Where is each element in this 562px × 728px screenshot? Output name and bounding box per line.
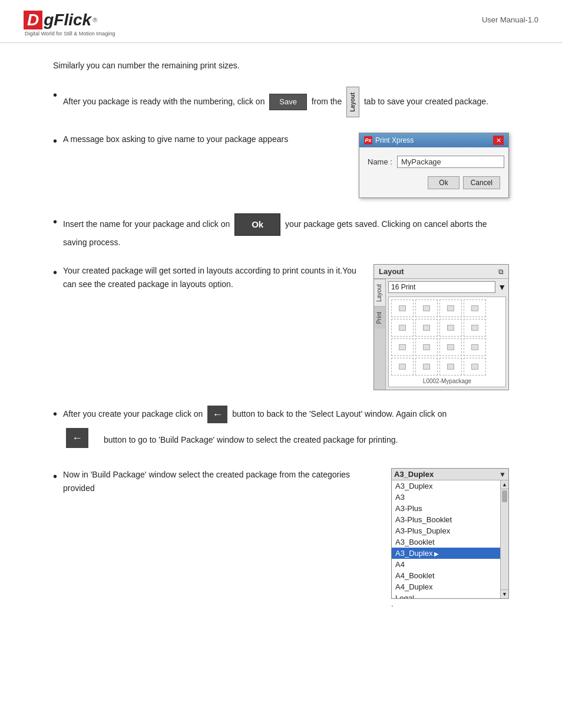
dialog-name-input[interactable]	[397, 156, 504, 168]
bullet-5-text-after-arrow: button to back to the 'Select Layout' wi…	[232, 409, 447, 419]
layout-cell	[391, 299, 414, 317]
page-header: D gFlick ® Digital World for Still & Mot…	[0, 0, 562, 43]
cat-item-a4-booklet[interactable]: A4_Booklet	[392, 570, 500, 581]
dialog-name-row: Name :	[368, 156, 500, 168]
logo-gflick-text: gFlick	[44, 11, 91, 29]
bullet-1-text: After you package is ready with the numb…	[63, 87, 509, 117]
layout-cell	[415, 358, 438, 375]
categories-scrollbar[interactable]: ▲ ▼	[500, 480, 508, 598]
bullet-dot-5: •	[53, 406, 57, 422]
bullet-dot-1: •	[53, 87, 57, 103]
layout-cell	[464, 299, 486, 317]
categories-scrollbar-area: A3_Duplex A3 A3-Plus A3-Plus_Booklet A3-…	[392, 480, 508, 598]
cat-item-a3-booklet[interactable]: A3_Booklet	[392, 536, 500, 548]
layout-dropdown-arrow[interactable]: ▼	[498, 282, 506, 292]
layout-grid-row-4	[391, 358, 503, 375]
layout-tab-indicator: Layout	[346, 87, 359, 117]
layout-cell	[464, 338, 486, 356]
layout-tab-print[interactable]: Print	[374, 307, 385, 329]
bullet-6: • Now in 'Build Package' window select t…	[53, 468, 509, 608]
layout-panel-body: Layout Print 16 Print ▼	[374, 279, 508, 390]
cat-item-a3plus[interactable]: A3-Plus	[392, 503, 500, 514]
scroll-thumb[interactable]	[502, 490, 507, 502]
bullet-5-text: After you create your package click on ←…	[63, 406, 509, 423]
scroll-up-button[interactable]: ▲	[501, 480, 508, 489]
layout-grid-row-2	[391, 319, 503, 337]
layout-cell	[391, 319, 414, 337]
layout-tab-layout[interactable]: Layout	[374, 279, 385, 307]
logo-container: D gFlick ® Digital World for Still & Mot…	[24, 11, 115, 37]
print-xpress-dialog: Px Print Xpress ✕ Name : Ok Cancel	[359, 133, 509, 198]
dialog-buttons: Ok Cancel	[368, 176, 500, 189]
dialog-title-left: Px Print Xpress	[364, 136, 414, 144]
layout-panel-title: Layout	[379, 267, 404, 276]
cat-item-a3duplex-selected[interactable]: A3_Duplex	[392, 548, 500, 559]
logo-tagline: Digital World for Still & Motion Imaging	[25, 31, 115, 37]
bullet-3: • Insert the name for your package and c…	[53, 213, 509, 249]
bullet-1-text-after: tab to save your created package.	[364, 97, 488, 106]
bullet-5: • After you create your package click on…	[53, 406, 509, 453]
layout-tab-text: Layout	[348, 93, 358, 112]
layout-side-tabs: Layout Print	[374, 279, 386, 390]
cat-item-a3duplex-top[interactable]: A3_Duplex	[392, 480, 500, 492]
layout-cell	[464, 319, 486, 337]
bullet-1-text-before: After you package is ready with the numb…	[63, 97, 265, 106]
categories-period: .	[391, 599, 394, 608]
layout-cell	[439, 358, 462, 375]
ok-large-button[interactable]: Ok	[234, 213, 280, 236]
layout-panel-widget: Layout ⧉ Layout Print 16 Print ▼	[373, 264, 509, 390]
bullet-5-text-before: After you create your package click on	[63, 409, 203, 419]
page-content: Similarly you can number the remaining p…	[0, 43, 562, 641]
layout-grid: L0002-Mypackage	[388, 297, 506, 387]
dialog-cancel-button[interactable]: Cancel	[463, 176, 500, 189]
back-arrow-button-1[interactable]: ←	[207, 406, 227, 423]
bullet-3-text-before: Insert the name for your package and cli…	[63, 219, 230, 229]
layout-cell	[439, 299, 462, 317]
categories-list: A3_Duplex A3 A3-Plus A3-Plus_Booklet A3-…	[392, 480, 500, 598]
layout-panel-restore-icon[interactable]: ⧉	[498, 268, 504, 276]
save-button[interactable]: Save	[269, 94, 307, 111]
cat-item-legal[interactable]: Legal	[392, 592, 500, 598]
bullet-2: • A message box asking to give name to y…	[53, 133, 509, 198]
layout-cell	[391, 338, 414, 356]
layout-cell	[391, 358, 414, 375]
bullet-dot-4: •	[53, 264, 57, 281]
layout-package-label: L0002-Mypackage	[391, 378, 503, 384]
cat-item-a3[interactable]: A3	[392, 492, 500, 503]
layout-main-area: 16 Print ▼	[386, 279, 508, 390]
bullet-dot-3: •	[53, 213, 57, 230]
logo-d-letter: D	[24, 11, 42, 29]
layout-cell	[439, 319, 462, 337]
cat-item-a3plus-booklet[interactable]: A3-Plus_Booklet	[392, 514, 500, 525]
categories-title: A3_Duplex	[394, 470, 434, 479]
bullet-dot-2: •	[53, 133, 57, 149]
logo-registered-mark: ®	[92, 17, 97, 24]
dialog-body: Name : Ok Cancel	[359, 147, 508, 197]
categories-box: A3_Duplex ▼ A3_Duplex A3 A3-Plus A3-Plus…	[391, 468, 509, 599]
bullet-4: • Your created package will get sorted i…	[53, 264, 509, 390]
layout-dropdown[interactable]: 16 Print	[388, 281, 495, 293]
bullet-5-text-last: button to go to 'Build Package' window t…	[104, 435, 398, 444]
from-the-text: from the	[312, 97, 344, 106]
layout-panel-header: Layout ⧉	[374, 265, 508, 279]
dialog-name-label: Name :	[368, 157, 392, 166]
dialog-close-button[interactable]: ✕	[493, 136, 504, 145]
dialog-title-text: Print Xpress	[375, 136, 414, 144]
categories-header: A3_Duplex ▼	[392, 469, 508, 480]
bullet-1: • After you package is ready with the nu…	[53, 87, 509, 117]
layout-cell	[415, 319, 438, 337]
cat-item-a4[interactable]: A4	[392, 559, 500, 570]
categories-dropdown-icon[interactable]: ▼	[499, 470, 506, 479]
cat-item-a4-duplex[interactable]: A4_Duplex	[392, 581, 500, 592]
bullet-2-text: A message box asking to give name to you…	[63, 133, 347, 146]
back-arrow-button-2[interactable]: ←	[66, 428, 88, 448]
bullet-6-text: Now in 'Build Package' window select the…	[63, 468, 379, 495]
cat-item-a3plus-duplex[interactable]: A3-Plus_Duplex	[392, 525, 500, 536]
layout-grid-row-1	[391, 299, 503, 317]
bullet-4-text: Your created package will get sorted in …	[63, 264, 362, 291]
dialog-ok-button[interactable]: Ok	[428, 176, 459, 189]
dialog-app-icon: Px	[364, 136, 372, 144]
layout-cell	[439, 338, 462, 356]
scroll-down-button[interactable]: ▼	[501, 589, 508, 598]
layout-grid-row-3	[391, 338, 503, 356]
